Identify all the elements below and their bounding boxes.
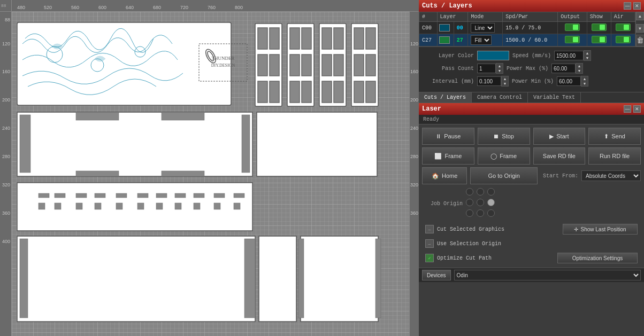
delete-layer-btn[interactable]: 🗑	[636, 35, 644, 46]
scroll-up-arrow[interactable]: ▲	[636, 12, 644, 20]
origin-tr[interactable]	[487, 188, 495, 196]
table-row[interactable]: C27 27 Fill 1500.0 / 60.0	[419, 34, 635, 46]
save-rd-button[interactable]: Save RD file	[533, 147, 586, 165]
frame-button-2[interactable]: ◯ Frame	[478, 147, 530, 165]
frame-button-1[interactable]: ⬜ Frame	[422, 147, 474, 165]
svg-rect-42	[76, 171, 119, 176]
c00-show-toggle[interactable]	[592, 24, 607, 31]
svg-rect-47	[55, 193, 65, 198]
c00-output-toggle[interactable]	[565, 24, 580, 31]
power-max-spinbox[interactable]: ▲ ▼	[551, 63, 583, 74]
origin-mc[interactable]	[477, 199, 484, 206]
tab-cuts-layers[interactable]: Cuts / Layers	[419, 92, 472, 103]
use-selection-checkbox[interactable]: —	[425, 239, 434, 248]
pmin-up[interactable]: ▲	[581, 76, 588, 81]
start-from-label: Start From:	[541, 173, 578, 179]
svg-rect-32	[366, 28, 375, 49]
ruler-h-800: 800	[235, 5, 243, 10]
save-rd-label: Save RD file	[543, 153, 576, 159]
ruler-h-720: 720	[180, 5, 188, 10]
origin-mr[interactable]	[487, 199, 495, 206]
tab-variable-text[interactable]: Variable Text	[528, 92, 581, 103]
start-from-select[interactable]: Absolute Coords Current Position User Or…	[581, 170, 641, 181]
optimize-check-icon: ✓	[428, 256, 431, 261]
start-button[interactable]: ▶ Start	[533, 128, 586, 145]
stop-button[interactable]: ⏹ Stop	[478, 128, 530, 145]
row-c27-air[interactable]	[611, 34, 635, 46]
row-c27-output[interactable]	[558, 34, 587, 46]
pass-count-input[interactable]	[477, 64, 496, 73]
device-select[interactable]: Odin	[454, 270, 641, 280]
origin-bc[interactable]	[477, 209, 484, 217]
svg-rect-66	[214, 203, 220, 209]
c27-mode-select[interactable]: Fill	[471, 35, 492, 45]
send-button[interactable]: ⬆ Send	[588, 128, 641, 145]
laser-minimize[interactable]: —	[624, 105, 631, 113]
interval-spinbox[interactable]: ▲ ▼	[477, 76, 509, 87]
pass-up[interactable]: ▲	[496, 64, 503, 68]
home-button[interactable]: 🏠 Home	[422, 167, 467, 184]
origin-tc[interactable]	[477, 188, 484, 196]
row-c00-output[interactable]	[558, 22, 587, 34]
speed-spinbox[interactable]: ▲ ▼	[554, 50, 591, 61]
c00-air-toggle[interactable]	[616, 24, 631, 31]
optimize-label: Optimize Cut Path	[437, 255, 492, 261]
svg-rect-18	[270, 81, 279, 103]
job-origin-grid	[466, 188, 497, 219]
pmax-up[interactable]: ▲	[576, 64, 582, 68]
table-row[interactable]: C00 00 Line 15.0 / 75.0	[419, 22, 635, 34]
col-show: Show	[587, 12, 611, 22]
laser-close[interactable]: ✕	[633, 105, 641, 113]
ruler-h-600: 600	[98, 5, 106, 10]
row-c27-show[interactable]	[587, 34, 611, 46]
power-min-spinbox[interactable]: ▲ ▼	[557, 76, 588, 87]
run-rd-label: Run RD file	[600, 153, 630, 159]
pass-count-spinbox[interactable]: ▲ ▼	[477, 63, 503, 74]
row-c00-show[interactable]	[587, 22, 611, 34]
interval-down[interactable]: ▼	[502, 81, 508, 86]
origin-ml[interactable]	[466, 199, 473, 206]
row-c27-num: C27	[419, 34, 438, 46]
speed-up[interactable]: ▲	[584, 51, 591, 56]
cuts-layers-minimize[interactable]: —	[624, 2, 631, 10]
origin-bl[interactable]	[466, 209, 473, 217]
origin-tl[interactable]	[466, 188, 473, 196]
interval-up[interactable]: ▲	[502, 76, 508, 81]
optimize-checkbox[interactable]: ✓	[425, 254, 434, 262]
svg-rect-63	[156, 203, 163, 209]
pause-button[interactable]: ⏸ Pause	[422, 128, 474, 145]
canvas-content[interactable]: THUNDER DIY.DESIGN	[12, 12, 419, 336]
layer-color-swatch[interactable]	[477, 51, 509, 60]
speed-down[interactable]: ▼	[584, 56, 591, 60]
row-c27-mode[interactable]: Fill	[468, 34, 503, 46]
show-last-pos-button[interactable]: ✛ Show Last Position	[563, 224, 638, 235]
svg-rect-27	[322, 54, 332, 76]
speed-input[interactable]	[554, 51, 584, 60]
interval-input[interactable]	[477, 76, 501, 86]
ruler-h-760: 760	[208, 5, 216, 10]
svg-rect-38	[20, 115, 30, 173]
pmin-down[interactable]: ▼	[581, 81, 588, 86]
svg-rect-43	[162, 171, 204, 176]
cuts-layers-close[interactable]: ✕	[633, 2, 641, 10]
tab-camera-control[interactable]: Camera Control	[472, 92, 528, 103]
c27-air-toggle[interactable]	[616, 36, 631, 43]
row-c00-mode[interactable]: Line	[468, 22, 503, 34]
devices-button[interactable]: Devices	[422, 270, 451, 280]
pass-down[interactable]: ▼	[496, 68, 503, 73]
row-c00-air[interactable]	[611, 22, 635, 34]
c27-show-toggle[interactable]	[592, 36, 607, 43]
power-max-input[interactable]	[551, 64, 576, 73]
origin-br[interactable]	[487, 209, 495, 217]
pmax-down[interactable]: ▼	[576, 68, 582, 73]
cut-selected-checkbox[interactable]: —	[425, 225, 434, 233]
go-to-origin-button[interactable]: Go to Origin	[470, 167, 538, 184]
scroll-down-arrow[interactable]: ▼	[636, 24, 644, 33]
svg-rect-39	[242, 115, 250, 173]
power-min-input[interactable]	[557, 76, 581, 86]
svg-rect-24	[302, 81, 311, 103]
optimization-settings-button[interactable]: Optimization Settings	[557, 253, 638, 263]
c27-output-toggle[interactable]	[565, 36, 580, 43]
run-rd-button[interactable]: Run RD file	[588, 147, 641, 165]
c00-mode-select[interactable]: Line	[471, 23, 495, 33]
